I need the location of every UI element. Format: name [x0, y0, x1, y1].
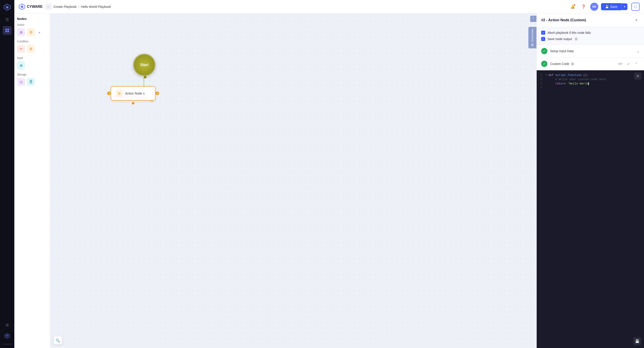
- save-output-checkbox[interactable]: ✓: [541, 37, 545, 41]
- code-content-2: # Write your custom code here: [548, 78, 606, 81]
- action-node-number: #2: [150, 100, 153, 102]
- overview-label: Overview: [531, 29, 534, 42]
- back-button[interactable]: ←: [45, 3, 52, 10]
- save-dropdown-button[interactable]: ▾: [621, 3, 628, 10]
- node-category-action: Action ⊞ ⚙ »: [17, 23, 47, 36]
- sidebar-nav-workflow[interactable]: [3, 26, 12, 35]
- node-category-condition: Condition ✂ ⚙: [17, 40, 47, 53]
- right-panel-header: #2 - Action Node (Custom) ×: [537, 13, 644, 27]
- line-num-2: 2: [537, 78, 546, 81]
- custom-code-actions: </> ⤢ ⌃: [617, 61, 640, 67]
- code-content-1: def script_function ():: [548, 73, 588, 77]
- save-output-checkbox-row: ✓ Save node output ℹ: [541, 37, 640, 41]
- action-node-icon-1[interactable]: ⊞: [17, 28, 25, 36]
- zoom-control[interactable]: 🔍: [54, 336, 62, 345]
- node-category-storage: Storage ⊡ 🗄: [17, 73, 47, 86]
- storage-icons-row: ⊡ 🗄: [17, 78, 47, 86]
- line-marker-1: ▶: [546, 73, 548, 76]
- action-icons-row: ⊞ ⚙ »: [17, 28, 47, 36]
- app-name: CYWARE: [27, 5, 42, 9]
- code-editor[interactable]: ⧉ 1 ▶ def script_function (): 2 # Write …: [537, 70, 644, 348]
- breadcrumb: ← Create Playbook | Hello World Playbook: [45, 3, 566, 10]
- sidebar-nav-cyware-logo[interactable]: [3, 332, 12, 341]
- notification-dot: [574, 4, 576, 6]
- checkboxes-area: ✓ Abort playbook if this node fails ✓ Sa…: [537, 27, 644, 45]
- action-node-icon-2[interactable]: ⚙: [27, 28, 35, 36]
- user-avatar[interactable]: SK: [590, 3, 598, 11]
- start-node-label: Start: [140, 63, 148, 67]
- storage-node-icon-2[interactable]: 🗄: [27, 78, 35, 86]
- storage-category-label: Storage: [17, 73, 47, 76]
- right-panel: #2 - Action Node (Custom) × ✓ Abort play…: [536, 13, 644, 348]
- overview-panel[interactable]: Overview 🖥: [528, 27, 536, 48]
- abort-checkbox[interactable]: ✓: [541, 31, 545, 35]
- nodes-sidebar: Nodes Action ⊞ ⚙ » Condition ✂ ⚙ Input: [14, 13, 50, 348]
- condition-icons-row: ✂ ⚙: [17, 45, 47, 53]
- custom-code-info-icon[interactable]: ℹ: [571, 62, 574, 66]
- sidebar-nav-menu[interactable]: ☰: [3, 15, 12, 24]
- notification-icon[interactable]: 🔔: [569, 3, 577, 11]
- save-code-button[interactable]: 💾: [633, 337, 641, 345]
- svg-rect-3: [6, 29, 7, 30]
- setup-input-check-icon: ✓: [541, 48, 548, 54]
- setup-input-title: Setup Input Data: [550, 49, 634, 53]
- custom-code-check-icon: ✓: [541, 61, 548, 67]
- code-collapse-arrow[interactable]: ⌃: [633, 61, 640, 67]
- line-num-1: 1: [537, 73, 546, 77]
- node-left-connector[interactable]: ◂: [107, 92, 111, 95]
- collapse-button[interactable]: ⌃: [530, 16, 536, 22]
- main-content: CYWARE ← Create Playbook | Hello World P…: [14, 0, 644, 348]
- sidebar-nav-settings[interactable]: ⚙: [3, 321, 12, 330]
- code-expand-icon[interactable]: </>: [617, 61, 624, 67]
- header-logo: CYWARE: [19, 3, 42, 10]
- action-node[interactable]: ◂ ⚙ Action Node 1 #2 ▸: [111, 86, 156, 100]
- setup-input-arrow: ⌄: [636, 49, 640, 53]
- condition-category-label: Condition: [17, 40, 47, 43]
- code-content-4: [548, 86, 550, 90]
- input-node-icon-1[interactable]: ⊕: [17, 61, 25, 69]
- svg-rect-6: [8, 31, 9, 32]
- code-line-4: 4: [537, 86, 644, 90]
- start-node[interactable]: Start: [133, 54, 156, 76]
- node-bottom-connector[interactable]: [132, 102, 134, 105]
- code-line-3: 3 return 'Hello World: [537, 81, 644, 86]
- content-row: Nodes Action ⊞ ⚙ » Condition ✂ ⚙ Input: [14, 13, 644, 348]
- abort-checkbox-row: ✓ Abort playbook if this node fails: [541, 31, 640, 35]
- copy-code-button[interactable]: ⧉: [634, 72, 641, 80]
- storage-node-icon-1[interactable]: ⊡: [17, 78, 25, 86]
- save-button[interactable]: 💾 Save: [601, 3, 621, 10]
- app-sidebar: ☰ ⚙ CYWARE: [0, 0, 14, 348]
- input-icons-row: ⊕: [17, 61, 47, 69]
- view-button[interactable]: ⬡: [632, 3, 640, 11]
- condition-node-icon-2[interactable]: ⚙: [27, 45, 35, 53]
- right-panel-close-button[interactable]: ×: [633, 17, 640, 23]
- abort-label: Abort playbook if this node fails: [548, 31, 591, 34]
- right-panel-title: #2 - Action Node (Custom): [541, 18, 586, 22]
- save-output-label: Save node output: [548, 37, 572, 41]
- action-expand-btn[interactable]: »: [37, 29, 42, 35]
- node-right-connector[interactable]: ▸: [156, 92, 159, 95]
- code-fullscreen-icon[interactable]: ⤢: [625, 61, 632, 67]
- start-node-connector: [144, 76, 146, 78]
- svg-rect-5: [6, 31, 7, 32]
- app-logo[interactable]: [3, 3, 12, 12]
- cyware-label: CYWARE: [2, 343, 12, 345]
- code-line-2: 2 # Write your custom code here: [537, 77, 644, 81]
- canvas-area[interactable]: Start ◂ ⚙ Action Node 1 #2 ▸ Overview 🖥 …: [50, 13, 536, 348]
- sidebar-bottom: ⚙ CYWARE: [2, 321, 12, 345]
- save-btn-group: 💾 Save ▾: [601, 3, 628, 10]
- line-num-3: 3: [537, 82, 546, 85]
- save-output-info-icon[interactable]: ℹ: [574, 37, 578, 41]
- setup-input-section-header[interactable]: ✓ Setup Input Data ⌄: [537, 45, 644, 57]
- help-icon[interactable]: ❓: [580, 3, 588, 11]
- condition-node-icon-1[interactable]: ✂: [17, 45, 25, 53]
- breadcrumb-text: Create Playbook | Hello World Playbook: [53, 5, 111, 8]
- header-actions: 🔔 ❓ SK 💾 Save ▾ ⬡: [569, 3, 640, 11]
- action-node-label: Action Node 1: [125, 92, 145, 95]
- code-line-1: 1 ▶ def script_function ():: [537, 73, 644, 77]
- input-category-label: Input: [17, 56, 47, 59]
- nodes-title: Nodes: [17, 17, 47, 20]
- action-node-icon: ⚙: [116, 90, 123, 97]
- node-category-input: Input ⊕: [17, 56, 47, 69]
- custom-code-section-header[interactable]: ✓ Custom Code ℹ </> ⤢ ⌃: [537, 57, 644, 70]
